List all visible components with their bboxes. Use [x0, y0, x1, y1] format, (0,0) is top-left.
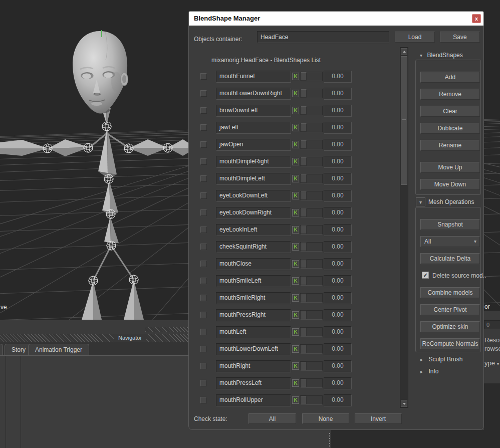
slider-thumb[interactable] [301, 72, 307, 81]
blendshape-checkbox[interactable] [200, 175, 207, 182]
key-button[interactable]: K [292, 192, 299, 199]
blendshape-value-field[interactable]: 0.00 [324, 309, 352, 321]
blendshape-slider[interactable] [300, 344, 323, 354]
dublicate-button[interactable]: Dublicate [420, 123, 480, 134]
mesh-target-dropdown[interactable]: All ▾ [420, 236, 480, 247]
move-up-button[interactable]: Move Up [420, 162, 480, 173]
blendshape-value-field[interactable]: 0.00 [324, 275, 352, 287]
blendshape-slider[interactable] [300, 140, 323, 149]
remove-button[interactable]: Remove [420, 89, 480, 100]
blendshape-value-field[interactable]: 0.00 [324, 71, 352, 83]
blendshape-slider[interactable] [300, 208, 323, 217]
blendshape-name-field[interactable]: mouthLeft [216, 326, 291, 338]
blendshape-name-field[interactable]: mouthPressLeft [216, 377, 291, 389]
spinner-field[interactable]: 0 [484, 320, 500, 329]
blendshape-value-field[interactable]: 0.00 [324, 258, 352, 270]
blendshape-checkbox[interactable] [200, 261, 207, 267]
blendshape-value-field[interactable]: 0.00 [324, 360, 352, 372]
slider-thumb[interactable] [301, 379, 307, 387]
blendshape-slider[interactable] [300, 123, 323, 132]
blendshape-value-field[interactable]: 0.00 [324, 241, 352, 253]
key-button[interactable]: K [292, 362, 299, 370]
blendshape-name-field[interactable]: jawLeft [216, 122, 291, 134]
slider-thumb[interactable] [301, 328, 307, 336]
blendshape-slider[interactable] [300, 310, 323, 320]
blendshape-value-field[interactable]: 0.00 [324, 343, 352, 355]
blendshape-name-field[interactable]: eyeLookDownRight [216, 207, 291, 219]
objects-container-input[interactable]: HeadFace [257, 31, 389, 43]
blendshape-slider[interactable] [300, 72, 323, 81]
rename-button[interactable]: Rename [420, 140, 480, 151]
key-button[interactable]: K [292, 107, 299, 114]
tab-partial[interactable] [0, 344, 3, 355]
blendshape-checkbox[interactable] [200, 329, 207, 335]
blendshape-value-field[interactable]: 0.00 [324, 224, 352, 236]
blendshape-value-field[interactable]: 0.00 [324, 173, 352, 185]
key-button[interactable]: K [292, 260, 299, 268]
slider-thumb[interactable] [301, 174, 307, 183]
blendshape-slider[interactable] [300, 191, 323, 200]
blendshape-name-field[interactable]: eyeLookInLeft [216, 224, 291, 236]
blendshape-name-field[interactable]: mouthRollUpper [216, 394, 291, 406]
blendshape-value-field[interactable]: 0.00 [324, 207, 352, 219]
key-button[interactable]: K [292, 158, 299, 165]
blendshape-name-field[interactable]: cheekSquintRight [216, 241, 291, 253]
check-none-button[interactable]: None [302, 413, 349, 424]
blendshape-slider[interactable] [300, 361, 323, 371]
slider-thumb[interactable] [301, 208, 307, 217]
blendshape-value-field[interactable]: 0.00 [324, 122, 352, 134]
center-pivot-button[interactable]: Center Pivot [420, 304, 480, 315]
key-button[interactable]: K [292, 226, 299, 234]
slider-thumb[interactable] [301, 157, 307, 166]
slider-thumb[interactable] [301, 260, 307, 268]
slider-thumb[interactable] [301, 123, 307, 132]
blendshape-checkbox[interactable] [200, 141, 207, 148]
save-button[interactable]: Save [440, 32, 480, 43]
blendshape-name-field[interactable]: browDownLeft [216, 105, 291, 117]
blendshape-name-field[interactable]: mouthClose [216, 258, 291, 270]
clear-button[interactable]: Clear [420, 106, 480, 117]
blendshape-value-field[interactable]: 0.00 [324, 292, 352, 304]
slider-thumb[interactable] [301, 89, 307, 98]
sculpt-brush-section-header[interactable]: ▸ Sculpt Brush [420, 356, 462, 363]
blendshape-checkbox[interactable] [200, 158, 207, 165]
slider-thumb[interactable] [301, 226, 307, 234]
blendshapes-section-header[interactable]: ▾ BlendShapes [420, 52, 463, 59]
slider-thumb[interactable] [301, 243, 307, 251]
blendshape-name-field[interactable]: mouthDimpleLeft [216, 173, 291, 185]
check-all-button[interactable]: All [248, 413, 296, 424]
slider-thumb[interactable] [301, 311, 307, 319]
splitter-handle[interactable] [145, 327, 188, 332]
info-section-header[interactable]: ▸ Info [420, 368, 438, 375]
blendshape-slider[interactable] [300, 276, 323, 286]
blendshape-value-field[interactable]: 0.00 [324, 394, 352, 406]
blendshape-name-field[interactable]: jawOpen [216, 139, 291, 151]
blendshape-checkbox[interactable] [200, 192, 207, 199]
key-button[interactable]: K [292, 124, 299, 131]
blendshape-slider[interactable] [300, 174, 323, 183]
blendshape-checkbox[interactable] [200, 209, 207, 216]
delete-source-checkbox[interactable]: ✓ [422, 272, 429, 279]
blendshape-checkbox[interactable] [200, 295, 207, 301]
slider-thumb[interactable] [301, 140, 307, 149]
slider-thumb[interactable] [301, 277, 307, 285]
blendshape-name-field[interactable]: mouthLowerDownLeft [216, 343, 291, 355]
blendshape-value-field[interactable]: 0.00 [324, 377, 352, 389]
blendshape-value-field[interactable]: 0.00 [324, 190, 352, 202]
snapshot-button[interactable]: Snapshot [420, 219, 480, 230]
key-button[interactable]: K [292, 396, 299, 404]
blendshape-checkbox[interactable] [200, 107, 207, 114]
list-scrollbar[interactable] [400, 47, 408, 408]
blendshape-value-field[interactable]: 0.00 [324, 156, 352, 168]
key-button[interactable]: K [292, 209, 299, 216]
blendshape-slider[interactable] [300, 225, 323, 235]
optimize-skin-button[interactable]: Optimize skin [420, 321, 480, 332]
blendshape-name-field[interactable]: mouthSmileLeft [216, 275, 291, 287]
key-button[interactable]: K [292, 277, 299, 285]
blendshape-checkbox[interactable] [200, 380, 207, 386]
panel-drag-handle[interactable] [329, 433, 331, 448]
blendshape-value-field[interactable]: 0.00 [324, 88, 352, 100]
blendshape-slider[interactable] [300, 106, 323, 115]
blendshape-name-field[interactable]: mouthPressRight [216, 309, 291, 321]
recompute-normals-button[interactable]: ReCompute Normals [420, 338, 480, 349]
